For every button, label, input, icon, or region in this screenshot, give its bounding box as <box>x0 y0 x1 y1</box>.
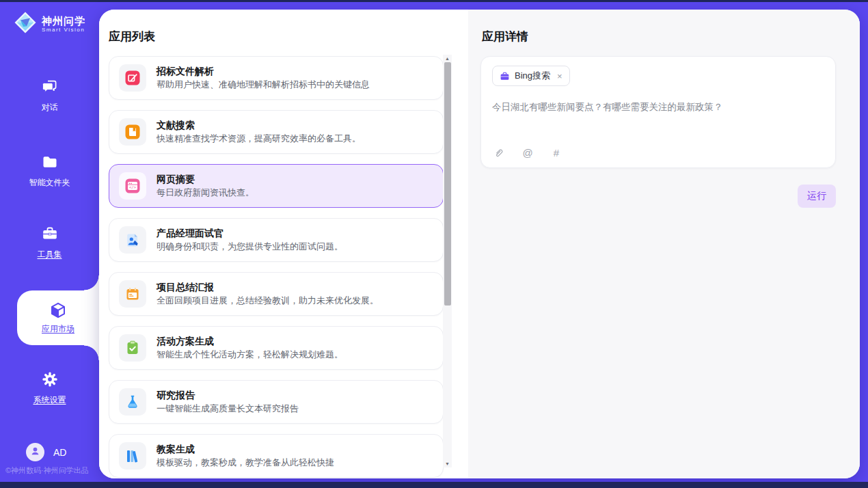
app-card-description: 明确身份和职责，为您提供专业性的面试问题。 <box>157 242 343 252</box>
prompt-card: Bing搜索 × 今日湖北有哪些新闻要点？有哪些需要关注的最新政策？ @# <box>480 56 836 168</box>
app-list-panel: 应用列表 招标文件解析 帮助用户快速、准确地理解和解析招标书中的关键信息 文献搜… <box>99 10 468 478</box>
sidebar-item-system-settings[interactable]: 系统设置 <box>0 370 99 406</box>
toolbox-icon <box>40 224 59 243</box>
tool-tag-bing-search[interactable]: Bing搜索 × <box>492 66 570 86</box>
app-card-title: 教案生成 <box>157 444 334 455</box>
sidebar-item-label: 应用市场 <box>42 323 74 335</box>
user-row[interactable]: AD <box>26 443 66 461</box>
mention-icon[interactable]: @ <box>521 147 534 159</box>
app-card-tender-analysis[interactable]: 招标文件解析 帮助用户快速、准确地理解和解析招标书中的关键信息 <box>109 56 444 100</box>
scroll-down-arrow[interactable]: ▼ <box>445 460 450 467</box>
briefcase-icon <box>500 71 510 81</box>
user-label: AD <box>53 447 66 458</box>
folder-icon <box>40 152 59 172</box>
browser-code-icon: </> <box>124 178 141 194</box>
avatar <box>26 443 44 461</box>
sidebar-item-toolset[interactable]: 工具集 <box>0 224 99 260</box>
scroll-up-arrow[interactable]: ▲ <box>445 55 450 62</box>
cube-icon <box>49 301 68 320</box>
app-card-description: 每日政府新闻资讯快查。 <box>157 188 254 198</box>
app-card-title: 文献搜索 <box>157 120 361 131</box>
svg-text:</>: </> <box>129 185 137 189</box>
app-card-literature-search[interactable]: 文献搜索 快速精准查找学术资源，提高研究效率的必备工具。 <box>109 110 444 154</box>
app-card-web-summary[interactable]: </> 网页摘要 每日政府新闻资讯快查。 <box>109 164 444 208</box>
app-card-description: 快速精准查找学术资源，提高研究效率的必备工具。 <box>157 134 361 144</box>
diamond-logo-icon <box>14 11 37 37</box>
flask-icon <box>124 394 141 410</box>
brand: 神州问学 Smart Vision <box>14 11 85 37</box>
top-edge-bar <box>0 0 868 2</box>
app-card-title: 活动方案生成 <box>157 336 343 347</box>
app-list-title: 应用列表 <box>109 29 155 44</box>
prompt-toolbar: @# <box>493 147 562 159</box>
attachment-icon[interactable] <box>493 147 505 159</box>
close-icon[interactable]: × <box>557 71 562 81</box>
app-card-description: 智能生成个性化活动方案，轻松解决规划难题。 <box>157 350 343 360</box>
app-card-project-summary[interactable]: 项目总结汇报 全面回顾项目进展，总结经验教训，助力未来优化发展。 <box>109 272 444 316</box>
app-card-description: 模板驱动，教案秒成，教学准备从此轻松快捷 <box>157 458 334 467</box>
copyright-text: ©神州数码·神州问学出品 <box>5 465 89 476</box>
gear-icon <box>40 370 59 389</box>
bottom-edge-bar <box>0 482 868 488</box>
app-card-description: 帮助用户快速、准确地理解和解析招标书中的关键信息 <box>157 80 370 90</box>
edit-note-icon <box>124 70 141 86</box>
app-window: 神州问学 Smart Vision 对话 智能文件夹 工具集 应用市场 系统设置… <box>0 0 868 488</box>
app-card-title: 网页摘要 <box>157 174 254 185</box>
chat-icon <box>40 77 59 96</box>
calendar-icon <box>124 286 141 302</box>
sidebar-item-label: 对话 <box>42 102 58 113</box>
app-card-description: 全面回顾项目进展，总结经验教训，助力未来优化发展。 <box>157 296 379 306</box>
hash-icon[interactable]: # <box>550 147 562 159</box>
sidebar-item-label: 智能文件夹 <box>29 177 70 189</box>
sidebar-item-chat[interactable]: 对话 <box>0 77 99 113</box>
run-button[interactable]: 运行 <box>798 185 836 208</box>
app-card-title: 产品经理面试官 <box>157 228 343 239</box>
sidebar-item-label: 系统设置 <box>33 394 66 406</box>
book-icon <box>124 124 141 140</box>
main-content: 应用列表 招标文件解析 帮助用户快速、准确地理解和解析招标书中的关键信息 文献搜… <box>99 10 860 478</box>
app-detail-panel: 应用详情 Bing搜索 × 今日湖北有哪些新闻要点？有哪些需要关注的最新政策？ … <box>468 10 860 478</box>
app-card-activity-plan[interactable]: 活动方案生成 智能生成个性化活动方案，轻松解决规划难题。 <box>109 326 444 370</box>
person-icon <box>29 445 41 459</box>
run-row: 运行 <box>480 185 836 208</box>
query-text[interactable]: 今日湖北有哪些新闻要点？有哪些需要关注的最新政策？ <box>492 100 824 113</box>
scrollbar[interactable]: ▲ ▼ <box>443 55 452 467</box>
app-card-title: 研究报告 <box>157 390 299 401</box>
sidebar-item-label: 工具集 <box>38 249 62 260</box>
app-card-description: 一键智能生成高质量长文本研究报告 <box>157 404 299 414</box>
scrollbar-thumb[interactable] <box>444 62 451 306</box>
sidebar: 神州问学 Smart Vision 对话 智能文件夹 工具集 应用市场 系统设置… <box>0 2 99 482</box>
sidebar-item-app-market[interactable]: 应用市场 <box>17 290 99 345</box>
app-card-title: 招标文件解析 <box>157 66 370 77</box>
app-card-research-report[interactable]: 研究报告 一键智能生成高质量长文本研究报告 <box>109 380 444 424</box>
app-card-pm-interviewer[interactable]: 产品经理面试官 明确身份和职责，为您提供专业性的面试问题。 <box>109 218 444 262</box>
books-icon <box>124 448 141 464</box>
app-detail-title: 应用详情 <box>482 29 528 44</box>
app-list: 招标文件解析 帮助用户快速、准确地理解和解析招标书中的关键信息 文献搜索 快速精… <box>109 56 444 478</box>
brand-subtitle: Smart Vision <box>42 27 85 33</box>
tool-tag-label: Bing搜索 <box>515 70 550 82</box>
app-card-title: 项目总结汇报 <box>157 282 379 293</box>
interviewer-icon <box>124 232 141 248</box>
app-card-lesson-plan[interactable]: 教案生成 模板驱动，教案秒成，教学准备从此轻松快捷 <box>109 434 444 478</box>
brand-name: 神州问学 <box>42 15 85 27</box>
clipboard-check-icon <box>124 340 141 356</box>
sidebar-item-smart-folders[interactable]: 智能文件夹 <box>0 152 99 189</box>
